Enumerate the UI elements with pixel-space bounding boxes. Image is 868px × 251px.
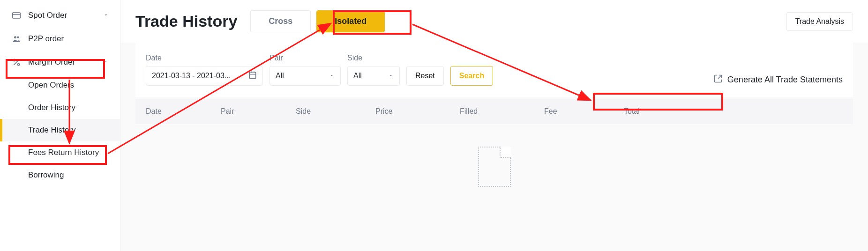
pair-select-value: All xyxy=(276,72,284,80)
filter-bar: Date 2021-03-13 - 2021-03... Pair All xyxy=(135,43,853,97)
empty-state xyxy=(135,124,853,187)
svg-point-5 xyxy=(13,59,15,61)
sidebar-item-trade-history[interactable]: Trade History xyxy=(0,119,120,141)
filter-pair-label: Pair xyxy=(269,54,341,62)
card-icon xyxy=(11,10,22,21)
chevron-down-icon xyxy=(388,72,394,80)
sidebar-item-spot-order[interactable]: Spot Order xyxy=(0,4,120,27)
reset-button[interactable]: Reset xyxy=(406,66,444,86)
sidebar-item-margin-order[interactable]: Margin Order xyxy=(0,51,120,74)
tab-cross[interactable]: Cross xyxy=(250,10,311,32)
calendar-icon xyxy=(248,71,257,81)
sidebar-item-label: Borrowing xyxy=(28,170,64,179)
generate-statements-label: Generate All Trade Statements xyxy=(727,75,843,85)
sidebar-item-label: Order History xyxy=(28,103,75,112)
trade-analysis-button[interactable]: Trade Analysis xyxy=(786,12,853,31)
sidebar-item-borrowing[interactable]: Borrowing xyxy=(0,164,120,186)
page-header: Trade History Cross Isolated Trade Analy… xyxy=(120,0,868,43)
th-price: Price xyxy=(375,107,460,116)
sidebar-item-p2p-order[interactable]: P2P order xyxy=(0,27,120,51)
search-button[interactable]: Search xyxy=(450,66,493,86)
filter-date-group: Date 2021-03-13 - 2021-03... xyxy=(146,54,263,86)
filter-side-group: Side All xyxy=(347,54,400,86)
export-icon xyxy=(713,74,723,86)
sidebar-item-order-history[interactable]: Order History xyxy=(0,96,120,119)
side-select[interactable]: All xyxy=(347,66,400,86)
chevron-down-icon xyxy=(103,11,109,20)
date-range-input[interactable]: 2021-03-13 - 2021-03... xyxy=(146,66,263,86)
th-filled: Filled xyxy=(460,107,544,116)
side-select-value: All xyxy=(353,72,362,80)
sidebar-item-label: Spot Order xyxy=(28,11,67,20)
table-header: Date Pair Side Price Filled Fee Total xyxy=(135,99,853,124)
sidebar: Spot Order P2P order Margin Order Open O… xyxy=(0,0,120,251)
pair-select[interactable]: All xyxy=(269,66,341,86)
percent-icon xyxy=(11,57,22,67)
sidebar-item-label: Fees Return History xyxy=(28,148,99,157)
sidebar-item-open-orders[interactable]: Open Orders xyxy=(0,74,120,96)
content-area: Date 2021-03-13 - 2021-03... Pair All xyxy=(120,43,868,251)
date-range-value: 2021-03-13 - 2021-03... xyxy=(152,72,231,80)
th-total: Total xyxy=(624,107,843,116)
sidebar-item-label: Open Orders xyxy=(28,81,74,89)
th-date: Date xyxy=(146,107,221,116)
filter-pair-group: Pair All xyxy=(269,54,341,86)
chevron-up-icon xyxy=(103,58,109,67)
sidebar-item-label: Margin Order xyxy=(28,58,75,67)
th-fee: Fee xyxy=(544,107,624,116)
filter-side-label: Side xyxy=(347,54,400,62)
svg-line-4 xyxy=(14,59,19,65)
filter-date-label: Date xyxy=(146,54,263,62)
main-content: Trade History Cross Isolated Trade Analy… xyxy=(120,0,868,251)
tab-isolated[interactable]: Isolated xyxy=(316,10,385,32)
th-side: Side xyxy=(296,107,375,116)
svg-rect-0 xyxy=(13,13,21,18)
sidebar-item-fees-return-history[interactable]: Fees Return History xyxy=(0,141,120,164)
th-pair: Pair xyxy=(221,107,296,116)
svg-point-6 xyxy=(18,64,20,66)
generate-statements-link[interactable]: Generate All Trade Statements xyxy=(713,74,843,86)
svg-point-2 xyxy=(14,36,16,38)
chevron-down-icon xyxy=(329,72,335,80)
sidebar-item-label: P2P order xyxy=(28,34,64,44)
empty-file-icon xyxy=(478,147,511,187)
mode-tabs: Cross Isolated xyxy=(250,10,385,32)
people-icon xyxy=(11,34,22,44)
page-title: Trade History xyxy=(135,12,237,30)
sidebar-item-label: Trade History xyxy=(28,126,75,134)
svg-point-3 xyxy=(17,37,19,38)
svg-rect-7 xyxy=(249,72,256,79)
